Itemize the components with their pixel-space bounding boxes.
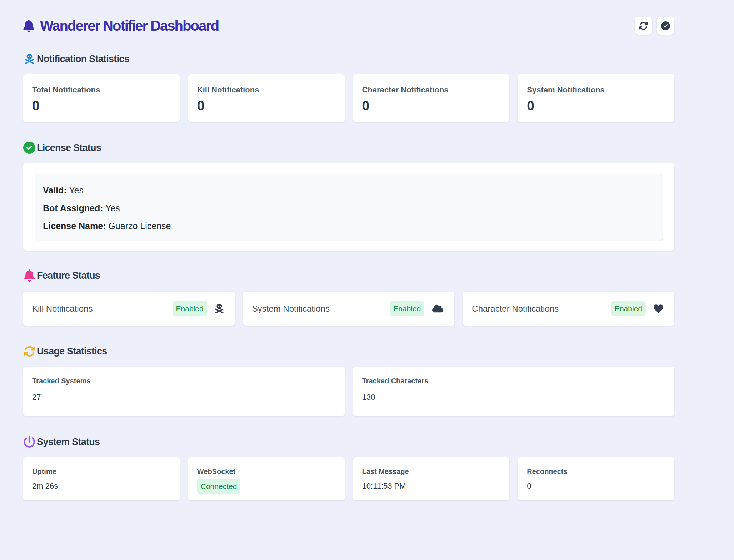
usage-grid: Tracked Systems 27 Tracked Characters 13… — [23, 367, 674, 416]
features-grid: Kill Notifications Enabled System Notifi… — [23, 292, 674, 326]
stat-value: 0 — [362, 99, 501, 113]
system-grid: Uptime 2m 26s WebSocket Connected Last M… — [23, 457, 674, 500]
stat-card-system-notifications: System Notifications 0 — [518, 74, 674, 122]
license-field-label: License Name: — [43, 221, 106, 231]
feature-label: System Notifications — [252, 304, 390, 314]
usage-card-tracked-characters: Tracked Characters 130 — [353, 367, 675, 416]
dashboard: Wanderer Notifier Dashboard Notification… — [23, 16, 674, 500]
license-valid-line: Valid: Yes — [43, 185, 655, 196]
license-field-label: Valid: — [43, 185, 67, 195]
arrows-rotate-icon — [639, 21, 648, 30]
skull-crossbones-icon — [215, 304, 224, 313]
status-check-button[interactable] — [657, 17, 674, 35]
status-badge: Enabled — [390, 301, 424, 316]
feature-card-character-notifications: Character Notifications Enabled — [463, 292, 674, 326]
license-field-value: Guarzo License — [108, 221, 171, 231]
usage-value: 27 — [32, 393, 336, 402]
usage-label: Tracked Characters — [362, 377, 666, 385]
license-card: Valid: Yes Bot Assigned: Yes License Nam… — [23, 163, 674, 251]
circle-check-icon — [661, 21, 670, 30]
section-title: System Status — [37, 437, 100, 448]
bell-icon — [23, 269, 35, 282]
stat-label: System Notifications — [527, 85, 665, 95]
bell-icon — [23, 20, 34, 32]
license-field-value: Yes — [105, 203, 120, 213]
feature-card-kill-notifications: Kill Notifications Enabled — [23, 292, 235, 326]
stat-value: 0 — [527, 99, 665, 113]
page-title: Wanderer Notifier Dashboard — [40, 18, 219, 34]
section-notification-statistics: Notification Statistics Total Notificati… — [23, 53, 674, 122]
skull-crossbones-icon — [23, 54, 35, 64]
section-head: Usage Statistics — [23, 345, 674, 357]
license-field-label: Bot Assigned: — [43, 203, 103, 213]
section-head: License Status — [23, 142, 674, 154]
license-name-line: License Name: Guarzo License — [43, 221, 655, 231]
system-label: WebSocket — [197, 467, 336, 476]
websocket-status-badge: Connected — [197, 479, 241, 494]
section-feature-status: Feature Status Kill Notifications Enable… — [23, 269, 674, 326]
system-card-websocket: WebSocket Connected — [188, 457, 345, 500]
usage-card-tracked-systems: Tracked Systems 27 — [23, 367, 345, 416]
system-label: Reconnects — [527, 467, 665, 476]
cloud-icon — [432, 304, 443, 313]
system-card-uptime: Uptime 2m 26s — [23, 457, 180, 500]
arrows-rotate-icon — [23, 345, 35, 357]
feature-label: Kill Notifications — [32, 304, 173, 314]
stat-label: Kill Notifications — [197, 85, 336, 95]
stat-card-character-notifications: Character Notifications 0 — [353, 74, 510, 122]
stats-grid: Total Notifications 0 Kill Notifications… — [23, 74, 674, 122]
license-panel: Valid: Yes Bot Assigned: Yes License Nam… — [35, 174, 663, 241]
license-bot-line: Bot Assigned: Yes — [43, 203, 655, 213]
system-value: 2m 26s — [32, 481, 171, 491]
system-value: 10:11:53 PM — [362, 481, 501, 491]
section-title: License Status — [37, 142, 101, 153]
badge-wrap: Connected — [197, 479, 336, 494]
header: Wanderer Notifier Dashboard — [23, 16, 674, 36]
status-badge: Enabled — [173, 301, 207, 316]
circle-check-icon — [23, 142, 35, 154]
section-title: Feature Status — [37, 270, 100, 281]
system-label: Last Message — [362, 467, 501, 476]
stat-value: 0 — [32, 99, 171, 113]
section-license-status: License Status Valid: Yes Bot Assigned: … — [23, 142, 674, 251]
feature-label: Character Notifications — [472, 304, 611, 314]
header-title-group: Wanderer Notifier Dashboard — [23, 18, 219, 34]
section-head: Feature Status — [23, 269, 674, 282]
section-title: Notification Statistics — [37, 54, 129, 65]
stat-label: Character Notifications — [362, 85, 501, 95]
stat-card-kill-notifications: Kill Notifications 0 — [188, 74, 345, 122]
status-badge: Enabled — [611, 301, 646, 316]
license-field-value: Yes — [69, 185, 84, 195]
system-label: Uptime — [32, 467, 171, 476]
system-card-reconnects: Reconnects 0 — [518, 457, 674, 500]
header-actions — [635, 17, 674, 35]
system-card-last-message: Last Message 10:11:53 PM — [353, 457, 510, 500]
usage-value: 130 — [362, 393, 666, 402]
stat-card-total-notifications: Total Notifications 0 — [23, 74, 180, 122]
section-head: Notification Statistics — [23, 53, 674, 65]
power-off-icon — [23, 436, 35, 448]
feature-card-system-notifications: System Notifications Enabled — [243, 292, 455, 326]
stat-label: Total Notifications — [32, 85, 171, 95]
section-usage-statistics: Usage Statistics Tracked Systems 27 Trac… — [23, 345, 674, 416]
refresh-button[interactable] — [635, 17, 652, 35]
stat-value: 0 — [197, 99, 336, 113]
section-title: Usage Statistics — [37, 346, 107, 357]
section-head: System Status — [23, 436, 674, 448]
system-value: 0 — [527, 481, 665, 491]
section-system-status: System Status Uptime 2m 26s WebSocket Co… — [23, 436, 674, 500]
heart-icon — [654, 304, 663, 313]
usage-label: Tracked Systems — [32, 377, 336, 385]
